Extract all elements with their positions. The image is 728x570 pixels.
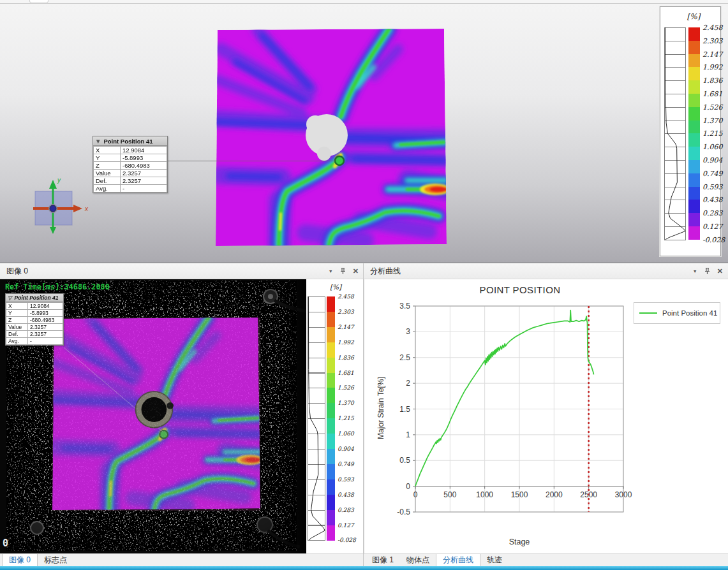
scale-color-segment (327, 342, 335, 358)
tooltip-row: X12.9084 (6, 303, 63, 310)
scale-color-segment (327, 418, 335, 434)
point-tooltip-3d[interactable]: ▼ Point Position 41 X12.9084Y-5.8993Z-68… (93, 136, 168, 193)
scale-tick-label: 0.749 (338, 461, 354, 467)
tooltip-leader-line (168, 161, 335, 161)
scale-color-segment (688, 67, 700, 80)
scale-color-segment (327, 495, 335, 511)
scale-tick-label: 0.593 (338, 476, 354, 483)
scale-tick-label: 1.526 (702, 103, 723, 111)
scale-tick-label: 1.060 (702, 143, 723, 151)
close-icon[interactable]: ✕ (353, 268, 359, 275)
scale-color-segment (327, 388, 335, 404)
svg-text:1: 1 (406, 430, 410, 439)
point-tooltip-camera[interactable]: ▽ Point Position 41 X12.9084Y-5.8993Z-68… (5, 293, 64, 346)
scale-histogram-curve (308, 296, 325, 540)
tooltip-row: Avg.- (6, 338, 63, 345)
strain-map-3d[interactable] (216, 29, 447, 247)
svg-text:-0.5: -0.5 (397, 508, 410, 516)
scale-unit: [%] (323, 283, 348, 291)
scale-color-segment (688, 187, 700, 200)
scale-color-segment (327, 403, 335, 419)
svg-text:0: 0 (406, 482, 410, 491)
tab-trajectory[interactable]: 轨迹 (480, 554, 509, 566)
curve-panel-title: 分析曲线 (370, 266, 693, 277)
ref-time-label: Ref Time[ms]:34686.2080 (5, 282, 110, 291)
chart-legend[interactable]: Point Position 41 (634, 302, 720, 324)
scale-color-segment (688, 94, 700, 107)
frame-shadow (286, 279, 306, 553)
tooltip-row: Y-5.8993 (6, 310, 63, 317)
scale-tick-label: 2.303 (702, 36, 723, 45)
panel-menu-icon[interactable]: ▼ (693, 269, 697, 274)
scale-tick-label: 1.370 (702, 116, 723, 124)
scale-color-segment (688, 121, 700, 134)
axis-x-label: x (84, 205, 89, 212)
strain-curve (415, 311, 594, 486)
scale-color-segment (327, 358, 335, 374)
scale-color-segment (688, 107, 700, 121)
tab-object-points[interactable]: 物体点 (400, 554, 436, 566)
svg-text:3: 3 (406, 327, 410, 336)
scale-color-segment (688, 200, 700, 213)
tooltip-header[interactable]: ▽ Point Position 41 (6, 294, 63, 302)
tooltip-row: Def.2.3257 (94, 177, 167, 185)
scale-color-segment (688, 80, 700, 94)
axis-y-label: y (57, 177, 61, 184)
scale-tick-label: 1.992 (338, 339, 354, 346)
status-strip (0, 566, 728, 570)
tooltip-title: Point Position 41 (103, 138, 152, 145)
tooltip-row: Value2.3257 (94, 170, 167, 177)
scale-tick-label: 2.458 (338, 293, 354, 300)
scale-color-segment (327, 373, 335, 389)
scale-unit: [%] (680, 12, 708, 21)
scale-tick-label: 2.147 (338, 324, 354, 330)
tab-image-1[interactable]: 图像 1 (366, 554, 400, 566)
scale-tick-label: 0.283 (702, 209, 723, 217)
tooltip-row: Z-680.4983 (6, 317, 63, 324)
camera-panel-header: 图像 0 ▼ ✕ (0, 263, 364, 279)
strain-overlay (52, 318, 260, 511)
close-icon[interactable]: ✕ (717, 268, 723, 275)
panel-menu-icon[interactable]: ▼ (329, 269, 333, 274)
svg-text:1000: 1000 (476, 490, 493, 499)
svg-text:500: 500 (443, 490, 456, 499)
scale-color-segment (688, 160, 700, 173)
tooltip-header[interactable]: ▼ Point Position 41 (93, 136, 167, 146)
scale-color-segment (688, 133, 700, 147)
svg-text:1.5: 1.5 (399, 405, 410, 414)
panel-grip[interactable] (29, 0, 48, 3)
pin-icon[interactable] (339, 267, 346, 275)
tooltip-row: Y-5.8993 (94, 154, 167, 162)
chevron-down-icon[interactable]: ▽ (8, 295, 12, 301)
svg-text:3.5: 3.5 (399, 302, 410, 311)
scale-histogram-curve (664, 27, 686, 240)
scale-tick-label: 0.749 (702, 169, 723, 177)
tooltip-title: Point Position 41 (15, 295, 59, 301)
curve-panel-header: 分析曲线 ▼ ✕ (364, 263, 728, 279)
scale-tick-label: 2.147 (702, 50, 723, 58)
scale-color-segment (688, 41, 700, 54)
tab-analysis-curves[interactable]: 分析曲线 (436, 554, 480, 566)
scale-color-segment (327, 312, 335, 328)
tooltip-row: Avg.- (94, 185, 167, 193)
camera-image-view[interactable]: Ref Time[ms]:34686.2080 ▽ Point Position… (0, 279, 306, 553)
scale-color-segment (327, 510, 335, 526)
scale-tick-label: -0.028 (702, 235, 725, 244)
svg-text:1500: 1500 (511, 490, 528, 499)
scale-tick-label: 1.215 (338, 415, 354, 421)
camera-panel-title: 图像 0 (6, 266, 329, 277)
axis-triad: y x (29, 173, 93, 247)
scale-tick-label: 1.836 (338, 354, 354, 361)
tab-markers[interactable]: 标志点 (38, 554, 73, 566)
scale-color-segment (327, 296, 335, 312)
svg-text:2.5: 2.5 (399, 353, 410, 362)
chevron-down-icon[interactable]: ▼ (95, 138, 101, 145)
scale-tick-label: 1.526 (338, 384, 354, 391)
pin-icon[interactable] (704, 267, 711, 275)
tooltip-row: X12.9084 (94, 147, 167, 154)
scale-color-segment (327, 525, 335, 541)
scale-tick-label: 1.060 (338, 430, 354, 437)
tooltip-row: Value2.3257 (6, 324, 63, 331)
svg-text:3000: 3000 (615, 490, 632, 499)
tab-image-0[interactable]: 图像 0 (2, 554, 38, 566)
